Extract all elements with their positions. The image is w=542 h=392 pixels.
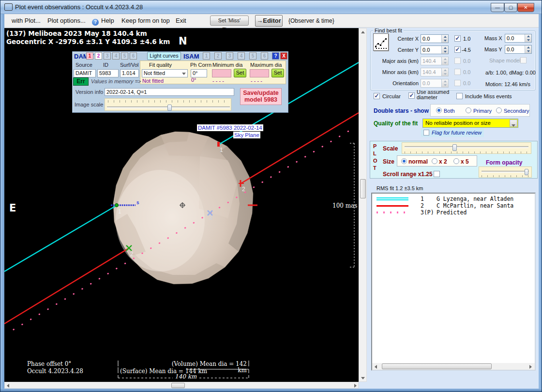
isam-tab-4[interactable]: 4	[238, 52, 245, 60]
obs-row-num[interactable]: 3(P)	[421, 209, 434, 216]
damit-tab-6[interactable]: 6	[130, 52, 137, 60]
flag-review-checkbox[interactable]	[423, 130, 429, 136]
ph-corr-field[interactable]: 0°	[191, 69, 207, 77]
close-button[interactable]: ✕	[517, 3, 534, 12]
menu-plot-options[interactable]: Plot options...	[47, 17, 86, 24]
image-scale-thumb[interactable]	[167, 105, 172, 111]
damit-tab-2[interactable]: 2	[95, 52, 102, 60]
damit-tab-5[interactable]: 5	[121, 52, 128, 60]
scroll-left-icon[interactable]	[375, 365, 377, 369]
fit-chart-icon-button[interactable]	[373, 33, 389, 51]
menu-help[interactable]: Help	[101, 17, 114, 24]
isam-tab-2[interactable]: 2	[214, 52, 222, 60]
min-dia-set-button[interactable]: Set	[234, 69, 246, 77]
obs-row-name[interactable]: G Lyzenga, near Altaden	[437, 196, 513, 202]
mass-x-spinner[interactable]: 0.0	[505, 34, 532, 43]
damit-help-button[interactable]: ?	[272, 52, 279, 60]
plot-vscroll-thumb[interactable]	[360, 179, 366, 198]
plot-hscroll-thumb[interactable]	[171, 383, 185, 388]
version-info-label: Version info	[75, 89, 103, 95]
fit-quality-dropdown[interactable]: Not fitted	[142, 69, 188, 77]
surfvol-field[interactable]: 1.014	[120, 69, 139, 77]
slider-ticks	[482, 175, 529, 177]
obs-row-name[interactable]: C McPartlin, near Santa	[437, 202, 513, 209]
isam-tab-6[interactable]: 6	[261, 52, 268, 60]
scale-slider[interactable]	[402, 142, 531, 154]
version-info-field[interactable]: 2022-02-14, Q=1	[105, 88, 234, 96]
obs-row-num[interactable]: 1	[421, 196, 424, 202]
size-x2-radio[interactable]	[432, 158, 437, 164]
flag-review-label: Flag for future review	[432, 130, 482, 136]
isam-tab-1[interactable]: 1	[203, 52, 210, 60]
observations-listbox[interactable]: 1 G Lyzenga, near Altaden 2 C McPartlin,…	[371, 193, 536, 371]
spinner-arrows[interactable]	[441, 35, 448, 43]
chord2-start-label: 2	[130, 251, 134, 257]
size-x5-radio[interactable]	[453, 158, 459, 164]
slider-track[interactable]	[405, 146, 528, 148]
sky-plane-chip: Sky Plane	[233, 132, 260, 138]
set-miss-times-button[interactable]: Set 'Miss' Times	[210, 15, 249, 26]
scroll-up-icon[interactable]	[361, 31, 365, 33]
spinner-arrows[interactable]	[525, 34, 531, 42]
source-field[interactable]: DAMIT	[74, 69, 96, 77]
scroll-right-icon[interactable]	[354, 384, 357, 388]
damit-tab-4[interactable]: 4	[112, 52, 120, 60]
plot-vscrollbar[interactable]	[359, 28, 367, 382]
circular-checkbox[interactable]	[374, 93, 380, 99]
menu-exit[interactable]: Exit	[176, 17, 186, 24]
double-stars-secondary-radio[interactable]	[496, 107, 502, 113]
slider-track[interactable]	[482, 171, 529, 173]
menu-with-plot[interactable]: with Plot...	[12, 17, 41, 24]
maximize-button[interactable]: ▢	[504, 3, 517, 12]
size-normal-radio[interactable]	[401, 158, 407, 164]
include-miss-checkbox[interactable]	[456, 93, 463, 99]
plot-title-line2: Geocentric X -2979.6 ±3.1 Y 4109.3 ±4.6 …	[6, 38, 170, 45]
obs-row-num[interactable]: 2	[421, 202, 424, 209]
dropdown-arrow-icon[interactable]	[182, 73, 186, 75]
spinner-arrows[interactable]	[525, 45, 531, 53]
double-stars-primary-radio[interactable]	[466, 107, 471, 113]
min-dia-field[interactable]	[212, 69, 231, 77]
editor-button[interactable]: →Editor	[255, 15, 283, 27]
save-update-button[interactable]: Save/update model 5983	[240, 88, 282, 105]
max-dia-field[interactable]	[250, 69, 269, 77]
scroll-left-icon[interactable]	[7, 384, 9, 388]
double-stars-both-radio[interactable]	[436, 107, 442, 113]
scale-slider-thumb[interactable]	[452, 144, 457, 151]
damit-tab-3[interactable]: 3	[104, 52, 111, 60]
center-x-spinner[interactable]: 0.0	[421, 34, 449, 43]
slider-ticks	[108, 100, 229, 103]
flag-review-box: Flag for future review	[421, 128, 484, 137]
weight-x-checkbox[interactable]	[454, 35, 461, 42]
quality-dropdown-button[interactable]	[510, 120, 517, 127]
weight-y-checkbox[interactable]	[454, 46, 461, 53]
spinner-arrows[interactable]	[441, 46, 448, 54]
id-field[interactable]: 5983	[97, 69, 119, 77]
major-axis-value: 140.4	[421, 57, 441, 65]
save-update-line2: model 5983	[241, 96, 281, 103]
form-opacity-thumb[interactable]	[525, 169, 528, 175]
isam-tab-5[interactable]: 5	[249, 52, 256, 60]
mass-y-spinner[interactable]: 0.0	[505, 45, 532, 54]
center-y-spinner[interactable]: 0.0	[421, 45, 449, 54]
plot-hscrollbar[interactable]	[4, 382, 359, 389]
col-max-dia: Maximum dia	[250, 62, 282, 68]
light-curves-button[interactable]: Light curves	[147, 52, 181, 60]
listbox-hscroll-thumb[interactable]	[382, 363, 492, 369]
damit-tab-1[interactable]: 1	[86, 52, 93, 60]
minimize-button[interactable]: —	[491, 3, 504, 12]
menu-keep-on-top[interactable]: Keep form on top	[121, 17, 170, 24]
err-button[interactable]: Err	[73, 77, 89, 86]
use-assumed-checkbox[interactable]	[408, 92, 415, 99]
quality-dropdown[interactable]: No reliable position or size	[422, 119, 518, 128]
listbox-hscrollbar[interactable]	[372, 363, 535, 370]
scroll-down-icon[interactable]	[361, 377, 365, 379]
image-scale-slider[interactable]	[105, 98, 231, 111]
form-opacity-slider[interactable]	[479, 166, 532, 178]
scroll-range-checkbox[interactable]	[434, 171, 440, 177]
isam-tab-3[interactable]: 3	[226, 52, 233, 60]
scroll-right-icon[interactable]	[529, 365, 532, 369]
damit-close-button[interactable]: X	[280, 52, 287, 60]
max-dia-set-button[interactable]: Set	[271, 69, 284, 77]
obs-row-name[interactable]: Predicted	[437, 209, 467, 216]
